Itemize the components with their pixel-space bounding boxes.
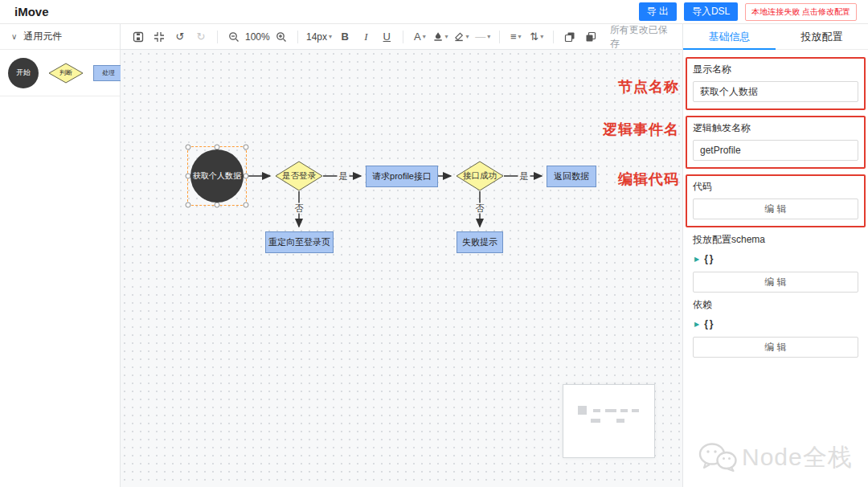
flow-node-label: 是否登录 xyxy=(275,161,323,191)
edge-label-no: 否 xyxy=(293,203,305,214)
palette-start-node[interactable]: 开始 xyxy=(8,58,39,88)
fill-color-icon xyxy=(433,31,443,42)
send-back-icon xyxy=(585,31,596,43)
display-name-group: 显示名称 xyxy=(686,57,866,110)
flow-node-label: 接口成功 xyxy=(456,161,504,191)
export-button[interactable]: 导 出 xyxy=(639,2,677,21)
italic-button[interactable]: I xyxy=(356,27,375,47)
node-config-panel: 基础信息 投放配置 显示名称 逻辑触发名称 代码 编 辑 投放配置schema … xyxy=(682,24,868,487)
send-back-button[interactable] xyxy=(581,27,600,47)
app-header: iMove 导 出 导入DSL 本地连接失败 点击修改配置 xyxy=(0,0,868,24)
redo-button[interactable]: ↻ xyxy=(191,27,211,47)
chevron-down-icon: ∨ xyxy=(11,32,17,41)
minimap-node xyxy=(591,419,600,423)
flow-node-redirect-login[interactable]: 重定向至登录页 xyxy=(265,231,334,253)
flow-node-decision-api[interactable]: 接口成功 xyxy=(456,161,504,191)
flow-node-decision-login[interactable]: 是否登录 xyxy=(275,161,323,191)
toolbar-divider xyxy=(553,31,554,43)
tab-deploy-config[interactable]: 投放配置 xyxy=(776,24,868,49)
vertical-align-button[interactable]: ⇅ ▾ xyxy=(527,27,547,47)
flow-node-label: 请求profile接口 xyxy=(372,170,432,182)
edit-schema-button[interactable]: 编 辑 xyxy=(693,272,858,293)
zoom-out-icon xyxy=(228,31,240,43)
display-name-input[interactable] xyxy=(693,81,858,102)
bold-button[interactable]: B xyxy=(335,27,354,47)
line-style-button[interactable]: — ▾ xyxy=(473,27,493,47)
resize-handle[interactable] xyxy=(215,203,220,208)
import-dsl-button[interactable]: 导入DSL xyxy=(684,2,738,21)
flow-canvas[interactable]: 是 否 是 否 获取个人数据 是否登录 xyxy=(121,50,682,487)
trigger-name-input[interactable] xyxy=(693,140,858,161)
palette-process-node[interactable]: 处理 xyxy=(93,65,124,81)
bring-front-button[interactable] xyxy=(560,27,579,47)
resize-handle[interactable] xyxy=(244,203,249,208)
schema-json-tree[interactable]: ▶ {} xyxy=(694,253,858,264)
edge-label-no: 否 xyxy=(474,203,486,214)
flow-node-fail-tip[interactable]: 失败提示 xyxy=(457,231,503,253)
palette-start-label: 开始 xyxy=(16,68,31,78)
text-align-icon: ≡ xyxy=(510,31,517,43)
fit-view-button[interactable] xyxy=(149,27,169,47)
annotation-node-name: 节点名称 xyxy=(518,77,679,96)
border-color-icon xyxy=(454,31,464,42)
toolbar-divider xyxy=(499,31,500,43)
flow-node-label: 失败提示 xyxy=(462,236,497,248)
annotation-edit-code: 编辑代码 xyxy=(518,170,679,189)
edit-code-button[interactable]: 编 辑 xyxy=(693,198,858,219)
undo-button[interactable]: ↺ xyxy=(170,27,190,47)
deps-json-tree[interactable]: ▶ {} xyxy=(694,318,858,329)
minimap[interactable] xyxy=(563,384,655,458)
resize-handle[interactable] xyxy=(186,145,191,150)
flow-node-label: 重定向至登录页 xyxy=(268,236,330,248)
minimap-node xyxy=(605,409,616,412)
resize-handle[interactable] xyxy=(244,174,249,179)
bring-front-icon xyxy=(564,31,575,43)
font-color-glyph: A xyxy=(414,31,421,43)
palette-decision-label: 判断 xyxy=(48,63,84,84)
text-align-button[interactable]: ≡ ▾ xyxy=(506,27,526,47)
app-title: iMove xyxy=(14,5,49,18)
flow-node-start[interactable]: 获取个人数据 xyxy=(190,149,244,203)
schema-label: 投放配置schema xyxy=(693,233,858,247)
edit-deps-button[interactable]: 编 辑 xyxy=(693,337,858,358)
resize-handle[interactable] xyxy=(244,145,249,150)
fill-color-button[interactable]: ▾ xyxy=(431,27,450,47)
save-icon xyxy=(133,31,144,43)
panel-tabs: 基础信息 投放配置 xyxy=(683,24,868,50)
font-size-select[interactable]: 14px ▾ xyxy=(305,27,334,47)
schema-group: 投放配置schema ▶ {} 编 辑 xyxy=(686,233,866,293)
toolbar-divider xyxy=(403,31,403,43)
caret-down-icon: ▾ xyxy=(487,33,490,40)
display-name-label: 显示名称 xyxy=(693,63,858,76)
zoom-in-button[interactable] xyxy=(272,27,291,47)
connection-warning-button[interactable]: 本地连接失败 点击修改配置 xyxy=(745,3,857,21)
code-group: 代码 编 辑 xyxy=(686,174,866,227)
save-image-button[interactable] xyxy=(129,27,148,47)
toolbar-divider xyxy=(217,31,218,43)
tab-basic-info[interactable]: 基础信息 xyxy=(683,24,776,49)
flow-node-request-profile[interactable]: 请求profile接口 xyxy=(366,166,438,187)
header-actions: 导 出 导入DSL 本地连接失败 点击修改配置 xyxy=(639,2,857,21)
line-style-glyph: — xyxy=(475,31,485,43)
caret-down-icon: ▾ xyxy=(444,33,448,40)
palette-process-label: 处理 xyxy=(102,68,115,77)
schema-json-value: {} xyxy=(704,253,714,264)
code-label: 代码 xyxy=(693,180,858,194)
shape-sidebar: ∨ 通用元件 开始 判断 处理 xyxy=(0,24,121,487)
underline-button[interactable]: U xyxy=(377,27,396,47)
font-size-value: 14px xyxy=(306,31,327,43)
palette-decision-node[interactable]: 判断 xyxy=(48,63,84,84)
vertical-align-icon: ⇅ xyxy=(530,31,538,43)
tree-arrow-icon: ▶ xyxy=(694,256,699,263)
border-color-button[interactable]: ▾ xyxy=(452,27,471,47)
sidebar-section-header[interactable]: ∨ 通用元件 xyxy=(0,24,120,50)
minimap-node xyxy=(578,406,587,415)
minimap-node xyxy=(632,409,639,412)
resize-handle[interactable] xyxy=(186,203,191,208)
deps-label: 依赖 xyxy=(693,298,858,312)
caret-down-icon: ▾ xyxy=(518,33,522,40)
zoom-out-button[interactable] xyxy=(224,27,244,47)
annotation-event-name: 逻辑事件名 xyxy=(518,120,679,139)
font-color-button[interactable]: A ▾ xyxy=(410,27,429,47)
fit-view-icon xyxy=(154,31,165,43)
